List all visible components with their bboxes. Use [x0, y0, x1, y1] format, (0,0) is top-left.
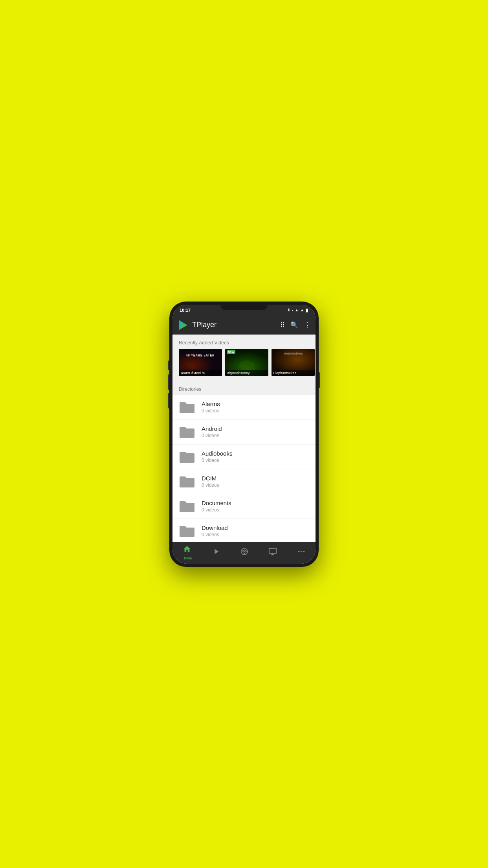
- video-thumb-bigbuckbunny[interactable]: NEW BigBuckBunny....: [225, 349, 268, 376]
- download-indicator-icon: ⬇: [287, 308, 290, 312]
- directory-list: Alarms 0 videos Android 0 videos Audiobo…: [172, 395, 316, 542]
- thumb-label-bunny: BigBuckBunny....: [225, 370, 268, 376]
- dir-info: Android 0 videos: [202, 425, 309, 438]
- dir-name: Alarms: [202, 401, 309, 407]
- power-button: [319, 372, 320, 388]
- folder-icon: [179, 401, 195, 414]
- dir-info: Alarms 0 videos: [202, 401, 309, 414]
- svg-text:40 YEARS LATER: 40 YEARS LATER: [186, 354, 215, 357]
- svg-point-13: [303, 551, 305, 552]
- play-icon: [212, 547, 220, 558]
- battery-icon: ▮: [306, 307, 308, 313]
- phone-frame: 10:17 ⬇ ● ▲ ▲ ▮ TPlayer ⠿ 🔍 ⋮: [169, 302, 319, 567]
- directory-item-alarms[interactable]: Alarms 0 videos: [172, 395, 316, 420]
- dir-count: 0 videos: [202, 507, 309, 513]
- nav-item-archive[interactable]: [265, 546, 280, 559]
- svg-point-11: [298, 551, 300, 552]
- nav-item-cast[interactable]: [237, 546, 252, 559]
- directory-item-audiobooks[interactable]: Audiobooks 0 videos: [172, 445, 316, 469]
- archive-icon: [268, 547, 277, 558]
- video-thumb-tearsofsteel[interactable]: 40 YEARS LATER TearsOfSteel.m...: [179, 349, 222, 376]
- dir-count: 0 videos: [202, 532, 309, 537]
- dir-name: Documents: [202, 500, 309, 506]
- dir-info: Documents 0 videos: [202, 500, 309, 513]
- thumb-label-tears: TearsOfSteel.m...: [179, 370, 222, 376]
- directories-section: Directories Alarms 0 videos Android 0 vi…: [172, 381, 316, 542]
- signal-icon: ▲: [300, 308, 304, 312]
- svg-point-9: [244, 553, 245, 554]
- thumb-label-elephant: ElephantsDrea...: [272, 370, 315, 376]
- dir-info: Download 0 videos: [202, 524, 309, 537]
- directory-item-dcim[interactable]: DCIM 0 videos: [172, 469, 316, 494]
- folder-icon: [179, 500, 195, 513]
- directory-item-documents[interactable]: Documents 0 videos: [172, 494, 316, 519]
- search-icon[interactable]: 🔍: [290, 321, 298, 329]
- app-bar-actions: ⠿ 🔍 ⋮: [280, 321, 311, 329]
- directory-item-android[interactable]: Android 0 videos: [172, 420, 316, 445]
- cast-icon: [240, 547, 249, 558]
- svg-text:elephants dream: elephants dream: [284, 353, 303, 356]
- dot-icon: ●: [292, 309, 294, 311]
- volume-up-button: [168, 360, 169, 370]
- folder-icon: [179, 425, 195, 439]
- directories-title: Directories: [172, 381, 316, 395]
- dir-name: DCIM: [202, 475, 309, 482]
- app-logo: [177, 319, 189, 331]
- notch: [220, 302, 268, 310]
- dir-name: Android: [202, 425, 309, 432]
- nav-label-home: Home: [182, 556, 192, 560]
- folder-icon: [179, 450, 195, 463]
- status-icons: ⬇ ● ▲ ▲ ▮: [287, 307, 308, 313]
- nav-item-more[interactable]: [294, 546, 309, 559]
- svg-rect-10: [269, 548, 276, 554]
- video-thumb-elephantsdream[interactable]: elephants dream ElephantsDrea...: [272, 349, 315, 376]
- folder-icon: [179, 524, 195, 538]
- dir-count: 0 videos: [202, 482, 309, 488]
- camera-button: [168, 393, 169, 408]
- nav-item-play[interactable]: [209, 546, 224, 559]
- status-time: 10:17: [180, 308, 191, 313]
- grid-icon[interactable]: ⠿: [280, 321, 285, 329]
- wifi-icon: ▲: [295, 308, 299, 312]
- folder-icon: [179, 475, 195, 488]
- directory-item-download[interactable]: Download 0 videos: [172, 519, 316, 542]
- recent-videos-title: Recently Added Videos: [172, 335, 316, 349]
- home-icon: [183, 545, 191, 555]
- volume-down-button: [168, 374, 169, 390]
- svg-point-12: [301, 551, 302, 552]
- video-thumbnails: 40 YEARS LATER TearsOfSteel.m...: [172, 349, 316, 381]
- more-icon: [297, 547, 306, 558]
- recent-videos-section: Recently Added Videos: [172, 335, 316, 381]
- nav-item-home[interactable]: Home: [179, 543, 195, 562]
- bottom-nav: Home: [172, 542, 316, 564]
- dir-name: Download: [202, 524, 309, 531]
- app-bar: TPlayer ⠿ 🔍 ⋮: [172, 316, 316, 335]
- main-content: Recently Added Videos: [172, 335, 316, 542]
- dir-count: 0 videos: [202, 408, 309, 414]
- dir-name: Audiobooks: [202, 450, 309, 457]
- dir-count: 0 videos: [202, 458, 309, 463]
- dir-count: 0 videos: [202, 433, 309, 438]
- dir-info: DCIM 0 videos: [202, 475, 309, 488]
- thumb-badge-bunny: NEW: [227, 350, 235, 354]
- app-title: TPlayer: [192, 321, 280, 329]
- phone-screen: 10:17 ⬇ ● ▲ ▲ ▮ TPlayer ⠿ 🔍 ⋮: [172, 305, 316, 564]
- more-options-icon[interactable]: ⋮: [304, 321, 311, 329]
- dir-info: Audiobooks 0 videos: [202, 450, 309, 463]
